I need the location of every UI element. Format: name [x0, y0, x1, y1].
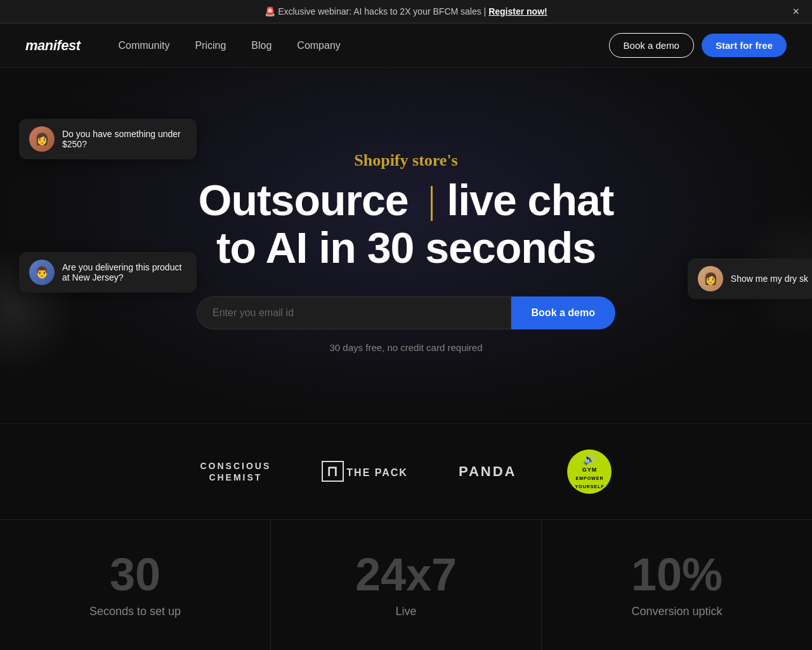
hero-tagline: 30 days free, no credit card required	[330, 342, 483, 353]
stat-live-label: Live	[296, 605, 516, 618]
start-free-nav-button[interactable]: Start for free	[702, 34, 787, 57]
stats-section: 30 Seconds to set up 24x7 Live 10% Conve…	[0, 519, 812, 650]
hero-title-line2: to AI in 30 seconds	[216, 223, 596, 272]
stat-conversion-label: Conversion uptick	[567, 605, 787, 618]
hero-form: Book a demo	[197, 296, 615, 329]
avatar-female: 👩	[29, 126, 55, 152]
main-nav: manifest Community Pricing Blog Company …	[0, 23, 812, 68]
hero-title-line1: Outsource live chat	[199, 176, 614, 224]
avatar-female2: 👩	[698, 266, 723, 291]
chat-bubble-bottom-left-text: Are you delivering this product at New J…	[62, 262, 187, 282]
hero-subtitle: Shopify store's	[354, 151, 458, 170]
hero-title: Outsource live chat to AI in 30 seconds	[199, 176, 614, 272]
chat-bubble-bottom-left: 👨 Are you delivering this product at New…	[19, 252, 197, 293]
chat-bubble-right-text: Show me my dry sk	[731, 274, 808, 284]
chat-bubble-right: 👩 Show me my dry sk	[688, 258, 812, 299]
stat-live-number: 24x7	[296, 552, 516, 597]
nav-item-community[interactable]: Community	[118, 40, 169, 51]
book-demo-nav-button[interactable]: Book a demo	[609, 33, 694, 58]
chat-bubble-top-left-text: Do you have something under $250?	[62, 129, 187, 149]
nav-item-blog[interactable]: Blog	[251, 40, 272, 51]
nav-actions: Book a demo Start for free	[609, 33, 787, 58]
stat-conversion: 10% Conversion uptick	[542, 520, 812, 650]
logo[interactable]: manifest	[25, 37, 80, 54]
logo-conscious-chemist: CONSCIOUSCHEMIST	[200, 460, 272, 483]
logo-the-pack: ⊓THE PACK	[322, 463, 408, 480]
stat-seconds-label: Seconds to set up	[25, 605, 245, 618]
chat-bubble-top-left: 👩 Do you have something under $250?	[19, 119, 197, 159]
stat-seconds: 30 Seconds to set up	[0, 520, 271, 650]
hero-section: 👩 Do you have something under $250? 👨 Ar…	[0, 68, 812, 423]
stat-live: 24x7 Live	[271, 520, 542, 650]
nav-item-pricing[interactable]: Pricing	[195, 40, 226, 51]
announcement-banner: 🚨 Exclusive webinar: AI hacks to 2X your…	[0, 0, 812, 23]
email-input[interactable]	[197, 296, 511, 329]
avatar-male: 👨	[29, 260, 55, 285]
hero-book-demo-button[interactable]: Book a demo	[511, 296, 615, 329]
logo-gym: 🔊 GYM EMPOWER YOURSELF	[567, 449, 612, 494]
banner-text: 🚨 Exclusive webinar: AI hacks to 2X your…	[265, 6, 488, 17]
logos-section: CONSCIOUSCHEMIST ⊓THE PACK PANDA 🔊 GYM E…	[0, 423, 812, 519]
logo-panda: PANDA	[459, 463, 517, 480]
nav-item-company[interactable]: Company	[297, 40, 340, 51]
banner-register-link[interactable]: Register now!	[488, 6, 547, 17]
nav-links: Community Pricing Blog Company	[118, 40, 608, 51]
banner-close-button[interactable]: ×	[792, 5, 799, 18]
stat-seconds-number: 30	[25, 552, 245, 597]
stat-conversion-number: 10%	[567, 552, 787, 597]
